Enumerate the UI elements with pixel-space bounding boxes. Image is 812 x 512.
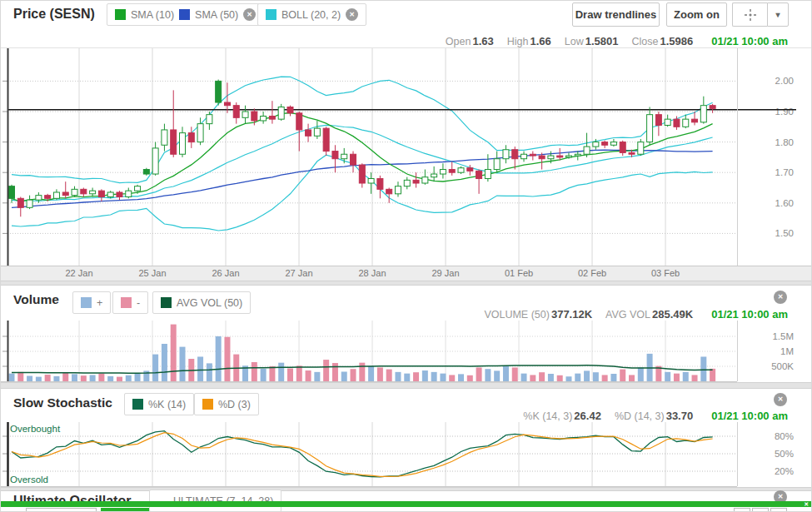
- x-axis-label: 03 Feb: [640, 268, 690, 278]
- svg-text:500K: 500K: [771, 361, 794, 371]
- x-axis-label: 25 Jan: [127, 268, 177, 278]
- volume-stat: VOLUME (50)377.12K: [484, 308, 592, 321]
- x-axis-label: 28 Jan: [347, 268, 397, 278]
- boll-swatch-icon: [266, 9, 276, 20]
- stochastic-readout: %K (14, 3)26.42 %D (14, 3)33.70 01/21 10…: [523, 410, 788, 422]
- draw-trendlines-button[interactable]: Draw trendlines: [572, 2, 660, 27]
- volume-panel-title: Volume: [13, 292, 59, 307]
- overbought-label: Overbought: [10, 424, 60, 434]
- volume-chart-canvas[interactable]: 1.5M1M500K: [1, 321, 812, 382]
- svg-text:50%: 50%: [775, 449, 794, 459]
- avg-vol-swatch-icon: [161, 297, 172, 308]
- volume-down-swatch-icon: [121, 297, 132, 308]
- stochastic-chart-canvas[interactable]: 80%50%20%: [1, 421, 812, 487]
- avg-vol-stat: AVG VOL285.49K: [605, 308, 693, 321]
- volume-readout: VOLUME (50)377.12K AVG VOL285.49K 01/21 …: [484, 308, 788, 321]
- price-panel-title: Price (SESN): [13, 7, 95, 22]
- svg-text:1M: 1M: [780, 346, 794, 356]
- volume-up-swatch-icon: [81, 297, 92, 308]
- stoch-k-legend-chip[interactable]: %K (14): [124, 393, 194, 415]
- scrollbar-close-icon[interactable]: ✕: [804, 501, 809, 507]
- panel-divider: [1, 281, 812, 286]
- close-volume-panel-icon[interactable]: ✕: [774, 291, 787, 304]
- avg-vol-legend-chip[interactable]: AVG VOL (50): [152, 291, 251, 314]
- bottom-widget-button[interactable]: [770, 508, 787, 512]
- svg-text:1.80: 1.80: [775, 137, 794, 147]
- remove-boll-icon[interactable]: ✕: [346, 8, 358, 21]
- stoch-k-swatch-icon: [132, 399, 143, 410]
- stoch-k-stat: %K (14, 3)26.42: [523, 410, 601, 422]
- chart-range-scrollbar[interactable]: ✕: [1, 501, 812, 507]
- crosshair-icon: [744, 8, 757, 22]
- high-stat: High1.66: [507, 35, 551, 47]
- sma10-swatch-icon: [115, 9, 126, 20]
- volume-up-legend-chip[interactable]: +: [72, 291, 111, 314]
- close-stat: Close1.5986: [631, 35, 693, 47]
- svg-text:1.5M: 1.5M: [772, 331, 794, 341]
- sma50-label: SMA (50): [195, 9, 238, 21]
- boll-label: BOLL (20, 2): [281, 9, 341, 21]
- volume-down-label: -: [137, 297, 140, 309]
- open-stat: Open1.63: [446, 35, 494, 47]
- volume-timestamp: 01/21 10:00 am: [711, 308, 788, 321]
- avg-vol-label: AVG VOL (50): [177, 297, 242, 309]
- stoch-d-label: %D (3): [218, 399, 251, 410]
- remove-sma-icon[interactable]: ✕: [243, 8, 256, 21]
- sma-legend-chip[interactable]: SMA (10) SMA (50) ✕: [107, 3, 264, 26]
- close-stochastic-panel-icon[interactable]: ✕: [774, 393, 787, 406]
- zoom-on-button[interactable]: Zoom on: [666, 2, 727, 27]
- x-axis-label: 26 Jan: [201, 268, 251, 278]
- bottom-widget-button[interactable]: [734, 508, 750, 512]
- volume-up-label: +: [97, 297, 102, 309]
- price-timestamp: 01/21 10:00 am: [711, 35, 788, 47]
- stoch-d-legend-chip[interactable]: %D (3): [194, 393, 259, 415]
- x-axis-label: 27 Jan: [274, 268, 324, 278]
- chevron-down-icon: ▾: [775, 10, 780, 19]
- sma50-swatch-icon: [179, 9, 190, 20]
- x-axis-label: 01 Feb: [494, 268, 544, 278]
- panel-divider: [1, 382, 812, 389]
- svg-text:1.90: 1.90: [775, 107, 794, 117]
- stoch-k-label: %K (14): [148, 399, 186, 410]
- svg-text:2.00: 2.00: [775, 76, 794, 86]
- price-x-axis: 22 Jan25 Jan26 Jan27 Jan28 Jan29 Jan01 F…: [1, 266, 812, 281]
- tool-dropdown-button[interactable]: ▾: [767, 2, 789, 27]
- bottom-widget-button[interactable]: [752, 508, 769, 512]
- x-axis-label: 02 Feb: [567, 268, 617, 278]
- trading-chart-app: Price (SESN) SMA (10) SMA (50) ✕ BOLL (2…: [0, 0, 812, 512]
- oversold-label: Oversold: [10, 475, 48, 485]
- crosshair-tool-button[interactable]: [732, 2, 767, 27]
- svg-text:1.60: 1.60: [775, 198, 794, 208]
- svg-text:1.70: 1.70: [775, 167, 794, 177]
- boll-legend-chip[interactable]: BOLL (20, 2) ✕: [257, 3, 366, 26]
- volume-down-legend-chip[interactable]: -: [112, 291, 148, 314]
- svg-text:80%: 80%: [775, 431, 794, 441]
- low-stat: Low1.5801: [565, 35, 619, 47]
- stochastic-panel-title: Slow Stochastic: [13, 395, 112, 410]
- x-axis-label: 29 Jan: [421, 268, 471, 278]
- ohlc-readout: Open1.63 High1.66 Low1.5801 Close1.5986 …: [446, 35, 788, 47]
- x-axis-label: 22 Jan: [54, 268, 104, 278]
- panel-divider: [1, 487, 812, 491]
- stoch-d-swatch-icon: [202, 399, 213, 410]
- svg-text:20%: 20%: [775, 466, 794, 476]
- svg-text:1.50: 1.50: [775, 228, 794, 238]
- stochastic-timestamp: 01/21 10:00 am: [711, 410, 788, 422]
- price-chart-canvas[interactable]: 2.001.901.801.701.601.50: [1, 47, 812, 266]
- stoch-d-stat: %D (14, 3)33.70: [615, 410, 693, 422]
- sma10-label: SMA (10): [131, 9, 174, 21]
